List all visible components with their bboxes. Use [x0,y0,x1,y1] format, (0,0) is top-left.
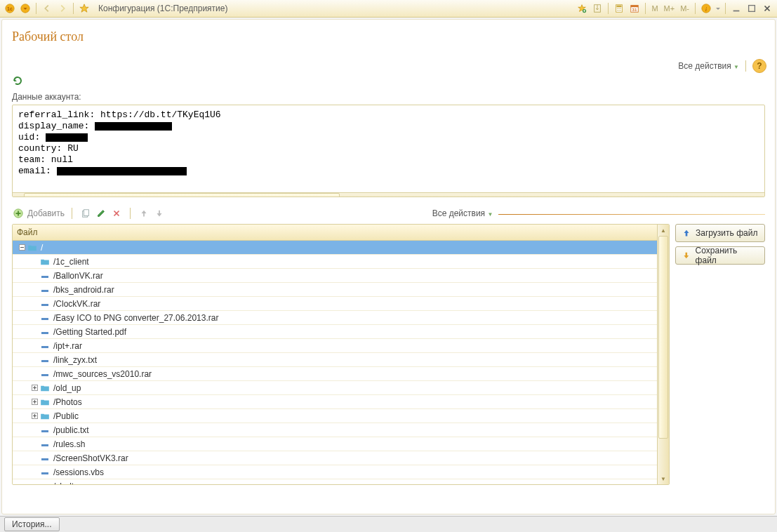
move-down-icon[interactable] [153,207,166,220]
svg-text:1c: 1c [7,6,13,11]
refresh-icon[interactable] [12,75,23,86]
m-minus-button[interactable]: M- [678,4,691,13]
tree-row-label: /Getting Started.pdf [53,327,126,337]
tree-row[interactable]: ▬/link_zyx.txt [13,353,657,367]
tree-row-label: /ClockVK.rar [53,299,100,309]
list-all-actions-link[interactable]: Все действия ▼ [432,208,493,218]
tree-row-label: /Easy ICO to PNG converter_27.06.2013.ra… [53,313,218,323]
tree-row-label: /public.txt [53,425,89,435]
help-icon[interactable]: ? [752,59,766,73]
tree-row[interactable]: /1c_client [13,255,657,269]
tree-row-root[interactable]: / [13,241,657,255]
tree-header[interactable]: Файл [13,225,657,241]
upload-file-button[interactable]: Загрузить файл [675,224,765,242]
tree-row[interactable]: ▬/ScreenShotVK3.rar [13,451,657,465]
tree-row-label: /bks_android.rar [53,285,114,295]
scroll-down-icon[interactable]: ▼ [658,473,669,484]
save-file-button[interactable]: Сохранить файл [675,246,765,265]
tree-row[interactable]: /old_up [13,381,657,395]
tree-row[interactable]: ▬/Easy ICO to PNG converter_27.06.2013.r… [13,311,657,325]
history-button[interactable]: История... [4,517,60,531]
close-button[interactable] [760,1,774,15]
move-up-icon[interactable] [138,207,150,220]
add-label[interactable]: Добавить [27,208,65,218]
all-actions-link[interactable]: Все действия ▼ [678,61,739,71]
tree-row[interactable]: ▬/bks_android.rar [13,283,657,297]
account-hscroll[interactable]: ◀ ▶ [13,192,764,197]
tree-row[interactable]: ▬/mwc_sources_vs2010.rar [13,367,657,381]
tree-row-label: /ipt+.rar [53,341,82,351]
email-redacted [57,167,187,175]
edit-icon[interactable] [95,207,107,220]
file-tree: Файл //1c_client▬/BallonVK.rar▬/bks_andr… [12,224,670,485]
calculator-icon[interactable] [612,1,626,15]
tree-vscroll[interactable]: ▲ ▼ [657,225,669,484]
favorite-star-icon[interactable] [77,1,91,15]
info-dropdown-icon[interactable] [715,1,722,15]
tree-row[interactable]: ▬/sh.dt [13,479,657,485]
nav-forward-icon[interactable] [55,1,69,15]
tree-row[interactable]: ▬/rules.sh [13,437,657,451]
collapse-icon[interactable] [17,243,27,253]
file-icon: ▬ [39,271,51,281]
tree-row-label: /old_up [53,383,81,393]
folder-icon [39,383,51,393]
tree-row-label: /mwc_sources_vs2010.rar [53,369,152,379]
m-button[interactable]: M [649,4,660,13]
tree-row[interactable]: ▬/public.txt [13,423,657,437]
svg-rect-18 [733,11,740,12]
tree-row-label: /sessions.vbs [53,467,104,477]
minimize-button[interactable] [729,1,743,15]
tree-row-label: /sh.dt [53,481,74,486]
svg-rect-19 [749,6,755,12]
fav-add-icon[interactable] [575,1,589,15]
tree-row[interactable]: ▬/sessions.vbs [13,465,657,479]
titlebar: 1c Конфигурация (1С:Предприятие) 31 M M+… [0,0,777,18]
tree-row-label: /Photos [53,397,82,407]
expand-icon[interactable] [29,411,39,421]
svg-point-11 [619,10,620,11]
file-icon: ▬ [39,355,51,365]
scroll-left-icon[interactable]: ◀ [13,193,24,197]
calendar-icon[interactable]: 31 [627,1,642,15]
file-icon: ▬ [39,299,51,309]
dropdown-icon[interactable] [18,1,32,15]
svg-point-10 [618,10,618,11]
save-file-label: Сохранить файл [696,246,759,265]
tree-row[interactable]: ▬/Getting Started.pdf [13,325,657,339]
file-icon: ▬ [39,425,51,435]
nav-back-icon[interactable] [40,1,54,15]
add-icon[interactable] [12,207,25,220]
file-icon: ▬ [39,327,51,337]
svg-point-8 [619,8,620,8]
vscroll-thumb[interactable] [658,236,668,439]
scroll-up-icon[interactable]: ▲ [658,225,669,236]
team-label: team: [18,154,46,165]
country-label: country: [18,143,62,154]
svg-point-9 [620,8,621,8]
info-icon[interactable]: i [699,1,713,15]
bookmark-icon[interactable] [590,1,604,15]
expand-icon[interactable] [29,383,39,393]
hscroll-thumb[interactable] [24,193,340,197]
maximize-button[interactable] [745,1,759,15]
tree-row[interactable]: ▬/BallonVK.rar [13,269,657,283]
m-plus-button[interactable]: M+ [662,4,677,13]
tree-row[interactable]: ▬/ipt+.rar [13,339,657,353]
expand-icon[interactable] [29,397,39,407]
account-data-box: referral_link: https://db.tt/TKyEq1U6 di… [12,105,765,197]
delete-icon[interactable] [110,207,123,220]
tree-row[interactable]: /Public [13,409,657,423]
copy-icon[interactable] [79,207,92,220]
upload-file-label: Загрузить файл [696,228,757,238]
tree-row-label: /rules.sh [53,439,85,449]
scroll-right-icon[interactable]: ▶ [753,193,764,197]
tree-row-label: /BallonVK.rar [53,271,103,281]
tree-row[interactable]: ▬/ClockVK.rar [13,297,657,311]
window-title: Конфигурация (1С:Предприятие) [98,4,228,13]
file-icon: ▬ [39,369,51,379]
folder-icon [39,257,51,267]
tree-row[interactable]: /Photos [13,395,657,409]
team-value: null [46,154,73,165]
workspace: Рабочий стол Все действия ▼ ? Данные акк… [1,19,776,514]
